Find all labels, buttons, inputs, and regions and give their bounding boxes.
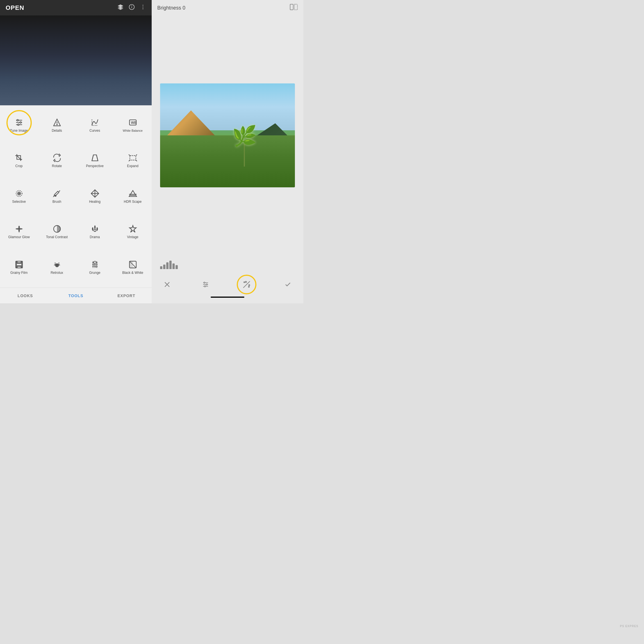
- tool-white-balance[interactable]: WB White Balance: [114, 108, 152, 143]
- svg-line-25: [136, 154, 137, 156]
- glamour-glow-label: Glamour Glow: [8, 235, 30, 240]
- crop-icon: [15, 153, 24, 162]
- svg-point-70: [249, 286, 250, 287]
- black-white-icon: [128, 260, 137, 269]
- left-header: OPEN: [0, 0, 152, 15]
- flower-stem: [244, 144, 245, 167]
- right-image-area: 🌿: [152, 16, 303, 255]
- right-header: Brightness 0: [152, 0, 303, 16]
- tool-retrolux[interactable]: Retrolux: [38, 250, 76, 285]
- cancel-button[interactable]: [160, 277, 174, 292]
- preview-dark: [0, 15, 152, 80]
- svg-rect-57: [129, 261, 133, 268]
- curves-label: Curves: [89, 129, 100, 133]
- brush-icon: [53, 189, 62, 198]
- tool-glamour-glow[interactable]: Glamour Glow: [0, 214, 38, 250]
- grainy-film-label: Grainy Film: [10, 271, 28, 275]
- home-bar: [211, 297, 244, 298]
- tab-tools[interactable]: TOOLS: [51, 293, 101, 298]
- image-preview-area: [0, 15, 152, 105]
- confirm-button[interactable]: [281, 277, 295, 292]
- svg-point-14: [56, 124, 57, 125]
- svg-line-26: [129, 160, 130, 161]
- flower-head: 🌿: [232, 124, 257, 147]
- svg-point-65: [204, 282, 205, 283]
- svg-point-30: [19, 193, 20, 194]
- histogram-area: [157, 258, 298, 269]
- tool-black-white[interactable]: Black & White: [114, 250, 152, 285]
- tool-grunge[interactable]: Grunge: [76, 250, 114, 285]
- tool-tonal-contrast[interactable]: Tonal Contrast: [38, 214, 76, 250]
- svg-rect-58: [290, 4, 293, 10]
- tune-image-label: Tune Image: [10, 129, 28, 133]
- tab-export[interactable]: EXPORT: [101, 293, 152, 298]
- expand-label: Expand: [127, 164, 138, 169]
- tune-image-icon: [15, 118, 24, 127]
- tool-healing[interactable]: Healing: [76, 179, 114, 214]
- tool-drama[interactable]: Drama: [76, 214, 114, 250]
- tonal-contrast-icon: [53, 224, 62, 233]
- tool-curves[interactable]: Curves: [76, 108, 114, 143]
- magic-button[interactable]: [237, 275, 256, 294]
- svg-point-11: [17, 124, 19, 125]
- hist-bar: [172, 263, 175, 269]
- svg-rect-59: [294, 4, 297, 10]
- retrolux-icon: [53, 260, 62, 269]
- svg-line-22: [96, 155, 98, 161]
- bottom-action-bar: [157, 275, 298, 294]
- tool-perspective[interactable]: Perspective: [76, 143, 114, 179]
- compare-icon[interactable]: [290, 4, 298, 12]
- hist-bar: [169, 261, 172, 269]
- tool-hdr-scape[interactable]: HDR Scape: [114, 179, 152, 214]
- details-label: Details: [52, 129, 62, 133]
- photo-flower: 🌿: [227, 124, 261, 167]
- hist-bar: [163, 265, 165, 269]
- open-button[interactable]: OPEN: [6, 4, 24, 12]
- svg-point-66: [206, 284, 207, 285]
- svg-point-41: [94, 229, 96, 232]
- hist-bar: [176, 265, 178, 269]
- hist-bar: [160, 266, 162, 269]
- more-options-icon[interactable]: [140, 4, 146, 12]
- tool-tune-image[interactable]: Tune Image: [0, 108, 38, 143]
- grunge-icon: [90, 260, 99, 269]
- hist-bar: [166, 262, 169, 269]
- black-white-label: Black & White: [122, 271, 143, 275]
- details-icon: [53, 118, 62, 127]
- healing-label: Healing: [89, 200, 101, 204]
- tool-details[interactable]: Details: [38, 108, 76, 143]
- svg-point-49: [16, 267, 17, 268]
- drama-icon: [90, 224, 99, 233]
- rotate-label: Rotate: [52, 164, 62, 169]
- vintage-icon: [128, 224, 137, 233]
- svg-point-4: [143, 7, 144, 8]
- tool-selective[interactable]: Selective: [0, 179, 38, 214]
- expand-icon: [128, 153, 137, 162]
- tab-looks[interactable]: LOOKS: [0, 293, 51, 298]
- left-panel: OPEN: [0, 0, 152, 303]
- tool-crop[interactable]: Crop: [0, 143, 38, 179]
- grunge-label: Grunge: [89, 271, 100, 275]
- svg-point-69: [244, 282, 245, 283]
- layers-icon[interactable]: [117, 4, 124, 12]
- svg-point-47: [16, 261, 17, 262]
- tune-adjustments-button[interactable]: [199, 277, 213, 292]
- svg-point-9: [17, 119, 18, 121]
- selective-label: Selective: [12, 200, 26, 204]
- svg-point-55: [94, 261, 96, 263]
- tool-rotate[interactable]: Rotate: [38, 143, 76, 179]
- crop-label: Crop: [15, 164, 22, 169]
- info-icon[interactable]: [129, 4, 135, 12]
- svg-point-10: [20, 122, 21, 123]
- white-balance-label: White Balance: [123, 129, 143, 133]
- header-icons: [117, 4, 146, 12]
- healing-icon: [90, 189, 99, 198]
- vintage-label: Vintage: [127, 235, 138, 240]
- main-photo: 🌿: [160, 83, 295, 187]
- svg-line-24: [129, 154, 130, 156]
- tool-brush[interactable]: Brush: [38, 179, 76, 214]
- tool-expand[interactable]: Expand: [114, 143, 152, 179]
- right-bottom: [152, 255, 303, 303]
- tool-grainy-film[interactable]: Grainy Film: [0, 250, 38, 285]
- tool-vintage[interactable]: Vintage: [114, 214, 152, 250]
